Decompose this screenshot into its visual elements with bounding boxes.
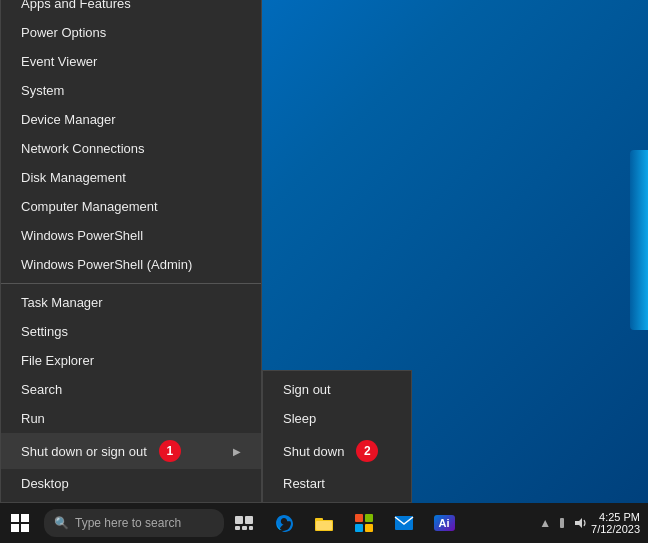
svg-rect-10 (235, 526, 240, 530)
svg-rect-6 (11, 524, 19, 532)
tray-time: 4:25 PM 7/12/2023 (591, 511, 640, 535)
taskbar-search-placeholder: Type here to search (75, 516, 181, 530)
file-explorer-icon (314, 514, 334, 532)
windows-icon (11, 514, 29, 532)
edge-icon (274, 513, 294, 533)
network-tray-icon (555, 516, 569, 530)
svg-rect-4 (11, 514, 19, 522)
svg-rect-20 (395, 516, 413, 530)
menu-item-file-explorer[interactable]: File Explorer (1, 346, 261, 375)
tray-icons: ▲ (539, 516, 551, 530)
menu-item-search[interactable]: Search (1, 375, 261, 404)
svg-rect-9 (245, 516, 253, 524)
menu-item-shutdown-sign-out[interactable]: Shut down or sign out 1 ▶ (1, 433, 261, 469)
menu-separator-1 (1, 283, 261, 284)
menu-item-device-manager[interactable]: Device Manager (1, 105, 261, 134)
svg-rect-16 (355, 514, 363, 522)
mail-button[interactable] (384, 503, 424, 543)
menu-item-shut-down[interactable]: Shut down 2 (263, 433, 411, 469)
menu-item-disk-management[interactable]: Disk Management (1, 163, 261, 192)
svg-rect-15 (316, 521, 332, 530)
taskbar: 🔍 Type here to search (0, 503, 648, 543)
ai-button[interactable]: Ai (424, 503, 464, 543)
volume-tray-icon (573, 516, 587, 530)
menu-item-event-viewer[interactable]: Event Viewer (1, 47, 261, 76)
badge-1: 1 (159, 440, 181, 462)
svg-rect-17 (365, 514, 373, 522)
right-panel-decoration (630, 150, 648, 330)
svg-rect-19 (365, 524, 373, 532)
svg-rect-8 (235, 516, 243, 524)
menu-item-network-connections[interactable]: Network Connections (1, 134, 261, 163)
ai-label: Ai (434, 515, 455, 531)
svg-rect-18 (355, 524, 363, 532)
task-view-icon (235, 516, 253, 530)
menu-item-sign-out[interactable]: Sign out (263, 375, 411, 404)
start-button[interactable] (0, 503, 40, 543)
store-button[interactable] (344, 503, 384, 543)
menu-item-sleep[interactable]: Sleep (263, 404, 411, 433)
desktop: Micr...Edit... Apps and Features Power O… (0, 0, 648, 543)
svg-rect-21 (560, 518, 564, 528)
menu-item-desktop[interactable]: Desktop (1, 469, 261, 498)
mail-icon (394, 515, 414, 531)
menu-item-power-options[interactable]: Power Options (1, 18, 261, 47)
menu-item-windows-powershell-admin[interactable]: Windows PowerShell (Admin) (1, 250, 261, 279)
store-icon (355, 514, 373, 532)
taskbar-tray: ▲ 4:25 PM 7/12/2023 (539, 511, 648, 535)
menu-item-computer-management[interactable]: Computer Management (1, 192, 261, 221)
svg-rect-12 (249, 526, 253, 530)
taskbar-search-bar[interactable]: 🔍 Type here to search (44, 509, 224, 537)
menu-item-task-manager[interactable]: Task Manager (1, 288, 261, 317)
file-explorer-button[interactable] (304, 503, 344, 543)
edge-button[interactable] (264, 503, 304, 543)
badge-2: 2 (356, 440, 378, 462)
context-menu-sub-shutdown: Sign out Sleep Shut down 2 Restart (262, 370, 412, 503)
menu-item-windows-powershell[interactable]: Windows PowerShell (1, 221, 261, 250)
menu-item-restart[interactable]: Restart (263, 469, 411, 498)
menu-item-apps-features[interactable]: Apps and Features (1, 0, 261, 18)
menu-item-run[interactable]: Run (1, 404, 261, 433)
svg-marker-23 (575, 518, 582, 528)
submenu-arrow-icon: ▶ (233, 446, 241, 457)
menu-item-system[interactable]: System (1, 76, 261, 105)
taskbar-search-icon: 🔍 (54, 516, 69, 530)
svg-rect-11 (242, 526, 247, 530)
svg-rect-5 (21, 514, 29, 522)
task-view-button[interactable] (224, 503, 264, 543)
svg-rect-7 (21, 524, 29, 532)
menu-item-settings[interactable]: Settings (1, 317, 261, 346)
context-menu-main: Apps and Features Power Options Event Vi… (0, 0, 262, 503)
